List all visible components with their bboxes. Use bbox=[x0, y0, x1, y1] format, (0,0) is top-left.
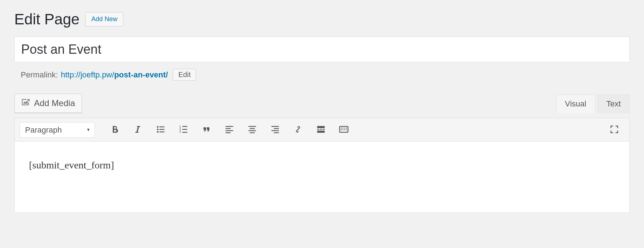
svg-rect-27 bbox=[323, 129, 325, 129]
add-media-label: Add Media bbox=[34, 98, 75, 108]
svg-rect-30 bbox=[341, 128, 342, 128]
insert-more-button[interactable] bbox=[313, 122, 329, 138]
svg-rect-37 bbox=[346, 129, 347, 130]
align-left-button[interactable] bbox=[221, 122, 237, 138]
svg-rect-4 bbox=[160, 129, 165, 129]
svg-rect-25 bbox=[317, 129, 319, 129]
bullet-list-icon bbox=[156, 124, 166, 135]
permalink-label: Permalink: bbox=[21, 70, 58, 80]
post-title-input[interactable] bbox=[14, 37, 630, 62]
svg-rect-17 bbox=[250, 128, 255, 129]
edit-permalink-button[interactable]: Edit bbox=[173, 69, 196, 81]
permalink-link[interactable]: http://joeftp.pw/post-an-event/ bbox=[61, 70, 168, 80]
italic-icon bbox=[133, 124, 143, 135]
svg-rect-16 bbox=[249, 126, 256, 127]
editor-content[interactable]: [submit_event_form] bbox=[29, 159, 615, 171]
svg-rect-32 bbox=[344, 128, 345, 128]
keyboard-icon bbox=[339, 124, 349, 135]
editor-body[interactable]: [submit_event_form] bbox=[14, 141, 630, 213]
quote-icon bbox=[201, 124, 211, 135]
italic-button[interactable] bbox=[130, 122, 146, 138]
bullet-list-button[interactable] bbox=[153, 122, 169, 138]
editor-toolbar: Paragraph 123 bbox=[14, 118, 630, 141]
insert-link-button[interactable] bbox=[290, 122, 306, 138]
svg-rect-26 bbox=[320, 129, 322, 129]
svg-rect-11 bbox=[182, 132, 187, 133]
numbered-list-button[interactable]: 123 bbox=[176, 122, 191, 138]
svg-rect-28 bbox=[317, 130, 325, 133]
tab-text[interactable]: Text bbox=[597, 95, 630, 113]
svg-point-0 bbox=[157, 126, 159, 128]
read-more-icon bbox=[316, 124, 326, 135]
svg-rect-31 bbox=[343, 128, 343, 128]
permalink-base: http://joeftp.pw/ bbox=[61, 70, 114, 79]
svg-rect-20 bbox=[272, 126, 279, 127]
align-left-icon bbox=[224, 124, 234, 135]
svg-rect-21 bbox=[274, 128, 279, 129]
link-icon bbox=[293, 124, 303, 135]
paragraph-format-select[interactable]: Paragraph bbox=[20, 122, 95, 138]
align-right-icon bbox=[270, 124, 280, 135]
svg-rect-5 bbox=[160, 131, 165, 132]
numbered-list-icon: 123 bbox=[179, 124, 189, 135]
svg-rect-22 bbox=[272, 130, 279, 131]
svg-rect-14 bbox=[226, 130, 233, 131]
svg-rect-36 bbox=[344, 129, 345, 130]
blockquote-button[interactable] bbox=[199, 122, 214, 138]
svg-text:3: 3 bbox=[179, 130, 181, 133]
svg-rect-24 bbox=[317, 126, 325, 128]
svg-rect-3 bbox=[160, 126, 165, 127]
permalink-slug: post-an-event/ bbox=[114, 70, 168, 79]
fullscreen-button[interactable] bbox=[606, 122, 622, 138]
svg-rect-12 bbox=[226, 126, 233, 127]
svg-rect-33 bbox=[346, 128, 347, 128]
page-heading: Edit Page bbox=[14, 11, 79, 28]
toolbar-toggle-button[interactable] bbox=[336, 122, 352, 138]
svg-rect-10 bbox=[182, 129, 187, 129]
svg-rect-15 bbox=[226, 132, 231, 133]
permalink-row: Permalink: http://joeftp.pw/post-an-even… bbox=[21, 69, 630, 81]
align-right-button[interactable] bbox=[267, 122, 283, 138]
svg-point-2 bbox=[157, 131, 159, 133]
svg-rect-18 bbox=[249, 130, 256, 131]
svg-rect-23 bbox=[274, 132, 279, 133]
svg-rect-9 bbox=[182, 126, 187, 127]
align-center-button[interactable] bbox=[244, 122, 260, 138]
svg-rect-29 bbox=[340, 126, 348, 132]
svg-point-1 bbox=[157, 128, 159, 130]
add-new-button[interactable]: Add New bbox=[85, 12, 123, 27]
svg-rect-35 bbox=[343, 129, 343, 130]
media-icon bbox=[21, 97, 30, 109]
svg-rect-34 bbox=[341, 129, 342, 130]
bold-icon bbox=[110, 124, 120, 135]
fullscreen-icon bbox=[609, 124, 619, 135]
tab-visual[interactable]: Visual bbox=[556, 95, 595, 113]
add-media-button[interactable]: Add Media bbox=[14, 94, 82, 113]
bold-button[interactable] bbox=[107, 122, 123, 138]
svg-rect-19 bbox=[250, 132, 255, 133]
svg-rect-13 bbox=[226, 128, 231, 129]
align-center-icon bbox=[247, 124, 257, 135]
